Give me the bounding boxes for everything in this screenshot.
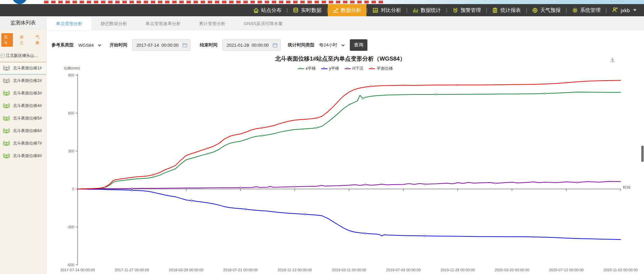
sidebar-tab-北斗[interactable]: 北斗 <box>1 33 13 47</box>
site-logo <box>12 0 27 4</box>
svg-text:2020-03-20 00:00:00: 2020-03-20 00:00:00 <box>495 268 529 272</box>
username: jxkb <box>621 7 630 13</box>
trend-icon <box>333 7 339 13</box>
tree-collapse-icon[interactable]: − <box>1 54 4 58</box>
chart-area: 北斗表面位移1#站点至内单点变形分析（WGS84） x平移y平移H下沉平面位移 … <box>47 51 644 274</box>
broadcast-icon <box>3 102 10 110</box>
series-x平移 <box>78 92 621 189</box>
svg-text:2018-03-28 00:00:00: 2018-03-28 00:00:00 <box>169 268 203 272</box>
nav-item-database[interactable]: 实时数据 <box>288 4 326 16</box>
broadcast-icon <box>3 127 10 135</box>
ref-type-select[interactable]: WGS84 <box>78 43 94 48</box>
sidebar-title: 监测体列表 <box>0 16 46 29</box>
chevron-down-icon <box>98 43 101 46</box>
series-平面位移 <box>78 80 621 189</box>
station-item[interactable]: 北斗表面位移1# <box>0 62 46 75</box>
station-label: 北斗表面位移4# <box>13 103 42 109</box>
tree-root-label: 江北新区猪头山... <box>6 53 38 59</box>
sidebar-tab-气象[interactable]: 气象 <box>33 33 45 47</box>
svg-text:2018-11-13 00:00:00: 2018-11-13 00:00:00 <box>278 268 312 272</box>
tab-4[interactable]: 累计变形分析 <box>190 17 235 30</box>
station-item[interactable]: 北斗表面位移7# <box>0 137 46 150</box>
query-button[interactable]: 查询 <box>350 39 367 51</box>
tab-5[interactable]: GNSS反演可降水量 <box>235 17 292 30</box>
broadcast-icon <box>3 77 10 85</box>
station-item[interactable]: 北斗表面位移4# <box>0 100 46 112</box>
station-item[interactable]: 北斗表面位移8# <box>0 150 46 162</box>
end-time-input[interactable]: 2021-01-28 00:00:00 <box>222 39 281 51</box>
filter-row: 参考系类型 WGS84 开始时间 2017-07-14 00:00:00 结束时… <box>52 39 644 51</box>
station-label: 北斗表面位移3# <box>13 90 42 96</box>
broadcast-icon <box>3 65 10 72</box>
station-label: 北斗表面位移6# <box>13 128 42 134</box>
svg-text:2019-11-28 00:00:00: 2019-11-28 00:00:00 <box>441 268 475 272</box>
database-icon <box>293 7 299 13</box>
user-icon <box>612 7 618 14</box>
nav-item-label: 数据分析 <box>341 7 361 14</box>
nav-item-label: 对比分析 <box>381 7 401 14</box>
end-time-label: 结束时间 <box>200 42 218 48</box>
clipped-page-header <box>0 0 644 4</box>
main-content: 单点变形分析静态数据分析单点变形速率分析累计变形分析GNSS反演可降水量 参考系… <box>47 16 644 274</box>
nav-item-gear[interactable]: 系统管理 <box>567 4 606 16</box>
station-label: 北斗表面位移7# <box>13 141 42 146</box>
svg-text:2019-07-03 00:00:00: 2019-07-03 00:00:00 <box>386 268 421 272</box>
sidebar-tabs: 北斗岩土气象 <box>0 29 46 50</box>
nav-item-label: 站点分布 <box>261 7 282 14</box>
clipped-red-title-text <box>44 1 385 3</box>
station-label: 北斗表面位移2# <box>13 78 42 84</box>
station-item[interactable]: 北斗表面位移2# <box>0 75 46 87</box>
nav-item-home[interactable]: 站点分布 <box>248 4 287 16</box>
sidebar-tab-岩土[interactable]: 岩土 <box>17 33 29 47</box>
gear-icon <box>572 7 578 13</box>
tab-1[interactable]: 单点变形分析 <box>47 17 92 30</box>
station-label: 北斗表面位移8# <box>13 153 42 159</box>
nav-item-label: 系统管理 <box>580 7 601 14</box>
alarm-icon <box>452 7 458 13</box>
nav-item-report[interactable]: 统计报表 <box>487 4 526 16</box>
vertical-scrollbar-thumb[interactable] <box>641 146 644 162</box>
svg-text:2020-07-12 00:00:00: 2020-07-12 00:00:00 <box>549 268 584 272</box>
station-item[interactable]: 北斗表面位移3# <box>0 87 46 100</box>
svg-text:900: 900 <box>68 73 74 77</box>
nav-item-label: 预警管理 <box>461 7 481 14</box>
svg-text:0: 0 <box>72 187 74 191</box>
tab-2[interactable]: 静态数据分析 <box>92 17 136 30</box>
nav-item-alarm[interactable]: 预警管理 <box>447 4 486 16</box>
start-time-label: 开始时间 <box>110 42 127 48</box>
nav-item-trend[interactable]: 数据分析 <box>328 4 366 16</box>
tab-3[interactable]: 单点变形速率分析 <box>136 17 190 30</box>
station-item[interactable]: 北斗表面位移5# <box>0 112 46 125</box>
broadcast-icon <box>3 152 10 160</box>
nav-item-label: 天气预报 <box>540 7 561 14</box>
svg-text:2017-07-14 00:00:00: 2017-07-14 00:00:00 <box>60 268 95 272</box>
chevron-down-icon <box>633 9 637 11</box>
chevron-down-icon <box>341 43 345 46</box>
start-time-input[interactable]: 2017-07-14 00:00:00 <box>132 39 190 51</box>
tree-node-root[interactable]: − 江北新区猪头山... <box>0 50 46 61</box>
weather-icon <box>532 7 538 13</box>
svg-text:-600: -600 <box>67 263 74 267</box>
clipped-header-button <box>610 0 623 2</box>
series-y平移 <box>78 189 621 239</box>
content-tab-bar: 单点变形分析静态数据分析单点变形速率分析累计变形分析GNSS反演可降水量 <box>47 16 644 30</box>
stat-type-label: 统计时间类型 <box>288 42 315 48</box>
nav-item-boxchart[interactable]: 对比分析 <box>367 4 406 16</box>
broadcast-icon <box>3 115 10 122</box>
home-icon <box>253 7 259 13</box>
nav-item-label: 实时数据 <box>301 7 321 14</box>
stat-type-select[interactable]: 每24小时 <box>319 42 337 48</box>
top-navbar: 站点分布|实时数据|数据分析|对比分析|数据统计|预警管理|统计报表|天气预报|… <box>0 4 644 16</box>
bars-icon <box>412 7 418 13</box>
nav-item-bars[interactable]: 数据统计 <box>407 4 446 16</box>
svg-text:600: 600 <box>68 111 74 115</box>
user-menu[interactable]: jxkb <box>607 7 641 14</box>
calendar-icon <box>273 43 278 48</box>
station-label: 北斗表面位移1# <box>13 65 42 71</box>
svg-text:2019-03-11 00:00:00: 2019-03-11 00:00:00 <box>332 268 366 272</box>
svg-text:300: 300 <box>68 149 74 153</box>
station-item[interactable]: 北斗表面位移6# <box>0 125 46 137</box>
nav-item-weather[interactable]: 天气预报 <box>527 4 566 16</box>
broadcast-icon <box>3 140 10 147</box>
nav-item-label: 数据统计 <box>421 7 441 14</box>
